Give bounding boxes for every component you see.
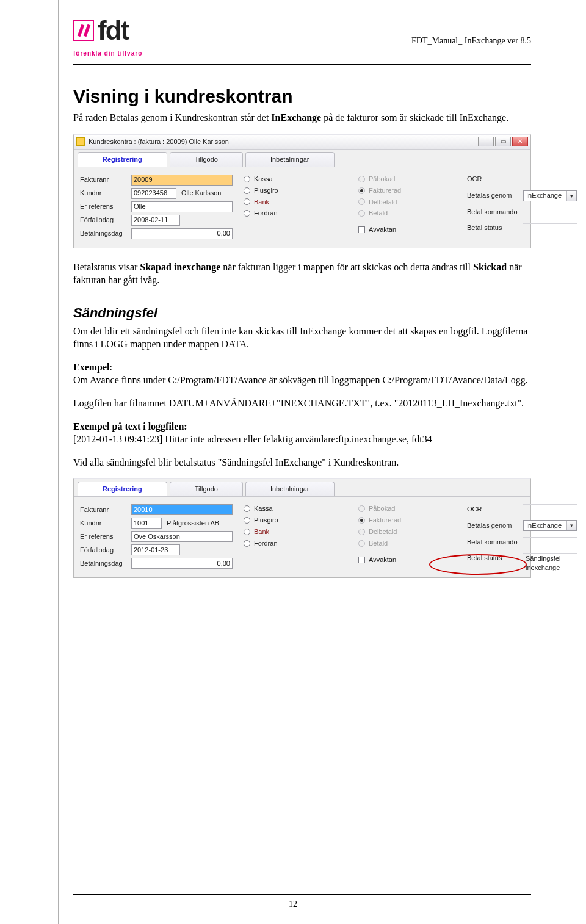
logo-tagline: förenkla din tillvaro <box>73 49 142 58</box>
radio-plusgiro[interactable] <box>244 187 250 194</box>
radio-fordran[interactable] <box>244 210 250 217</box>
label-kassa-2: Kassa <box>254 504 273 513</box>
label-plusgiro-2: Plusgiro <box>254 516 278 525</box>
radio-pabokad <box>358 176 365 182</box>
check-avvaktan[interactable] <box>358 226 365 233</box>
input-kundnr-2[interactable]: 1001 <box>131 518 162 529</box>
input-kundnr[interactable]: 092023456 <box>131 188 176 199</box>
value-betalstatus-2: Sändingsfel inexchange <box>523 553 577 563</box>
page-header: fdt förenkla din tillvaro FDT_Manual_ In… <box>73 12 531 58</box>
col-left: Fakturanr 20009 Kundnr 092023456 Olle Ka… <box>80 175 233 239</box>
label-betalstatus-2: Betal status <box>467 554 523 563</box>
input-betalningsdag-2[interactable]: 0,00 <box>131 558 233 569</box>
radio-fordran-2[interactable] <box>244 540 250 547</box>
intro-bold: InExchange <box>271 112 321 123</box>
label-kundnr-2: Kundnr <box>80 519 128 528</box>
label-pabokad: Påbokad <box>369 175 395 184</box>
check-avvaktan-2[interactable] <box>358 557 365 563</box>
p2-a: Betalstatus visar <box>73 262 140 272</box>
label-ocr-2: OCR <box>467 505 523 514</box>
radio-betald <box>358 210 365 217</box>
text-kundnamn-2: Plåtgrossisten AB <box>164 519 219 528</box>
screenshot-kundreskontra-2: Registrering Tillgodo Inbetalningar Fakt… <box>73 478 531 578</box>
form-area-2: Fakturanr20010 Kundnr 1001 Plåtgrossiste… <box>74 497 530 577</box>
input-forfallodag-2[interactable]: 2012-01-23 <box>131 544 180 555</box>
label-betalasgenom: Betalas genom <box>467 191 523 200</box>
label-kassa: Kassa <box>254 175 273 184</box>
radio-delbetald <box>358 198 365 205</box>
col-status-2: Påbokad Fakturerad Delbetald Betald Avva… <box>358 504 456 569</box>
tab-inbetalningar[interactable]: Inbetalningar <box>245 152 335 167</box>
text-kundnamn: Olle Karlsson <box>179 189 221 198</box>
radio-kassa-2[interactable] <box>244 505 250 512</box>
document-reference: FDT_Manual_ InExchange ver 8.5 <box>411 35 531 47</box>
input-fakturanr-2[interactable]: 20010 <box>131 504 233 515</box>
paragraph-betalstatus: Betalstatus visar Skapad inexchange när … <box>73 261 531 287</box>
app-icon <box>76 137 85 146</box>
input-fakturanr[interactable]: 20009 <box>131 175 233 186</box>
tab-registrering-2[interactable]: Registrering <box>78 482 167 496</box>
label-betalasgenom-2: Betalas genom <box>467 521 523 530</box>
label-betalstatus: Betal status <box>467 223 523 233</box>
value-betalkommando-2 <box>523 537 577 547</box>
label-avvaktan-2: Avvaktan <box>369 555 396 565</box>
tab-strip: Registrering Tillgodo Inbetalningar <box>74 150 530 167</box>
col-right: OCR Betalas genom InExchange ▾ Betal kom… <box>467 175 577 239</box>
label-forfallodag-2: Förfallodag <box>80 546 128 555</box>
col-right-2: OCR Betalas genom InExchange ▾ Betal kom… <box>467 504 577 569</box>
paragraph-sandningsfel: Om det blir ett sändningsfel och filen i… <box>73 325 531 351</box>
intro-paragraph: På raden Betalas genom i Kundreskontran … <box>73 111 531 125</box>
input-forfallodag[interactable]: 2008-02-11 <box>131 215 180 226</box>
label-betalkommando: Betal kommando <box>467 208 523 217</box>
input-erreferens[interactable]: Olle <box>131 201 233 212</box>
section-heading-sandningsfel: Sändningsfel <box>73 304 531 322</box>
radio-bank[interactable] <box>244 198 250 205</box>
radio-plusgiro-2[interactable] <box>244 517 250 524</box>
loggfil-example-label: Exempel på text i loggfilen: <box>73 421 187 431</box>
exempel-text: : Om Avance finns under C:/Program/FDT/A… <box>73 362 528 386</box>
radio-bank-2[interactable] <box>244 529 250 535</box>
label-kundnr: Kundnr <box>80 189 128 198</box>
intro-text-b: på de fakturor som är skickade till InEx… <box>321 112 508 123</box>
label-fordran-2: Fordran <box>254 539 278 548</box>
label-fakturanr-2: Fakturanr <box>80 505 128 514</box>
input-betalningsdag[interactable]: 0,00 <box>131 228 233 239</box>
dropdown-betalasgenom[interactable]: InExchange ▾ <box>523 190 577 201</box>
label-betalningsdag-2: Betalningsdag <box>80 559 128 568</box>
label-delbetald: Delbetald <box>369 198 397 207</box>
tab-tillgodo-2[interactable]: Tillgodo <box>170 482 243 496</box>
tab-inbetalningar-2[interactable]: Inbetalningar <box>245 482 335 496</box>
label-fordran: Fordran <box>254 209 278 218</box>
paragraph-exempel-path: Exempel: Om Avance finns under C:/Progra… <box>73 361 531 387</box>
p2-c: när fakturan ligger i mappen för att ski… <box>220 262 473 272</box>
logo: fdt förenkla din tillvaro <box>73 12 142 58</box>
label-betalningsdag: Betalningsdag <box>80 229 128 238</box>
header-rule <box>73 64 531 65</box>
label-betald-2: Betald <box>369 539 388 548</box>
col-paytype-2: Kassa Plusgiro Bank Fordran <box>244 504 347 569</box>
dropdown-betalasgenom-2[interactable]: InExchange ▾ <box>523 520 577 531</box>
radio-betald-2 <box>358 540 365 547</box>
radio-delbetald-2 <box>358 529 365 535</box>
label-bank: Bank <box>254 198 269 207</box>
footer-rule <box>73 894 531 895</box>
intro-text-a: På raden Betalas genom i Kundreskontran … <box>73 112 271 123</box>
radio-kassa[interactable] <box>244 176 250 182</box>
label-delbetald-2: Delbetald <box>369 527 397 536</box>
dropdown-value: InExchange <box>526 191 562 200</box>
section-heading-visning: Visning i kundreskontran <box>73 84 531 109</box>
label-plusgiro: Plusgiro <box>254 186 278 195</box>
radio-fakturerad-2 <box>358 517 365 524</box>
tab-strip-2: Registrering Tillgodo Inbetalningar <box>74 479 530 497</box>
minimize-button[interactable]: — <box>478 137 494 146</box>
value-betalstatus <box>523 223 577 233</box>
close-button[interactable]: ✕ <box>512 137 528 146</box>
radio-fakturerad <box>358 187 365 194</box>
maximize-button[interactable]: ▭ <box>495 137 511 146</box>
label-bank-2: Bank <box>254 527 269 536</box>
label-fakturanr: Fakturanr <box>80 175 128 184</box>
paragraph-loggfil-example: Exempel på text i loggfilen: [2012-01-13… <box>73 420 531 446</box>
input-erreferens-2[interactable]: Ove Oskarsson <box>131 531 233 542</box>
tab-tillgodo[interactable]: Tillgodo <box>170 152 243 167</box>
tab-registrering[interactable]: Registrering <box>78 152 167 167</box>
